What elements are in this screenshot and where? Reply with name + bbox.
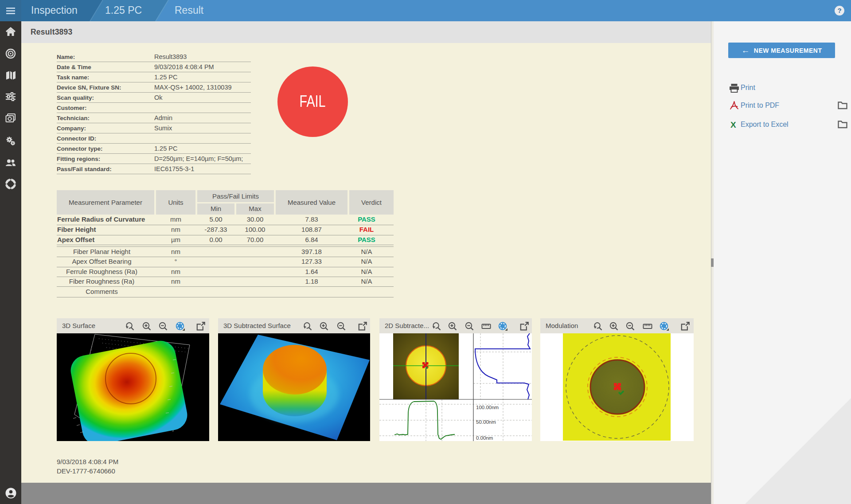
svg-text:50.00nm: 50.00nm bbox=[476, 419, 496, 425]
svg-text:0.00nm: 0.00nm bbox=[476, 435, 493, 441]
svg-text:100.00nm: 100.00nm bbox=[476, 405, 499, 410]
